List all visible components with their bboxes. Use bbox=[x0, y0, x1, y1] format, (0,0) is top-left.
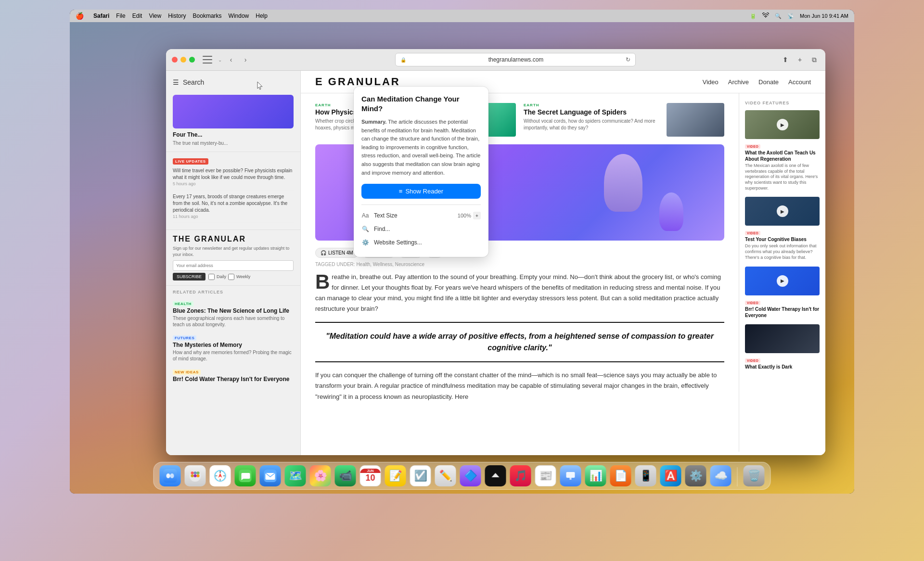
dock-item-mail[interactable] bbox=[260, 465, 281, 486]
svg-point-8 bbox=[194, 474, 197, 477]
dock-item-system-prefs[interactable]: ⚙️ bbox=[685, 465, 706, 486]
top-article-2[interactable]: EARTH The Secret Language of Spiders Wit… bbox=[524, 103, 659, 137]
top-article-2-desc: Without vocal cords, how do spiders comm… bbox=[524, 118, 659, 131]
related-article-1[interactable]: HEALTH Blue Zones: The New Science of Lo… bbox=[173, 298, 294, 328]
popup-text-size-item[interactable]: Aa Text Size 100% + bbox=[361, 209, 481, 222]
dock-item-music[interactable]: 🎵 bbox=[510, 465, 531, 486]
video-card-2[interactable]: ▶ VIDEO Test Your Cognitive Biases Do yo… bbox=[745, 197, 820, 260]
menubar-window[interactable]: Window bbox=[229, 13, 249, 19]
menubar-history[interactable]: History bbox=[168, 13, 186, 19]
video-card-1[interactable]: ▶ VIDEO What the Axolotl Can Teach Us Ab… bbox=[745, 110, 820, 191]
nav-archive[interactable]: Archive bbox=[728, 78, 749, 86]
menubar-file[interactable]: File bbox=[116, 13, 125, 19]
menubar-bookmarks[interactable]: Bookmarks bbox=[193, 13, 222, 19]
sidebar-featured-article[interactable]: Four The... The true nat mystery-bu... bbox=[166, 90, 300, 152]
dock-item-photos[interactable]: 🌸 bbox=[310, 465, 331, 486]
menubar-wifi[interactable] bbox=[762, 13, 769, 19]
daily-checkbox[interactable] bbox=[208, 274, 215, 280]
menubar-app[interactable]: Safari bbox=[93, 13, 109, 19]
sidebar-article-title: Four The... bbox=[173, 131, 294, 138]
tagged-items[interactable]: Health, Wellness, Neuroscience bbox=[356, 262, 424, 267]
related-title-3: Brr! Cold Water Therapy Isn't for Everyo… bbox=[173, 376, 294, 382]
apple-menu[interactable]: 🍎 bbox=[76, 12, 84, 20]
dock-item-appletv[interactable] bbox=[485, 465, 506, 486]
desktop: ⌄ ‹ › 🔒 thegranularnews.com ↻ bbox=[70, 22, 854, 494]
related-article-3[interactable]: NEW IDEAS Brr! Cold Water Therapy Isn't … bbox=[173, 367, 294, 382]
dock-item-freeform[interactable]: ✏️ bbox=[435, 465, 456, 486]
text-size-label: Text Size bbox=[374, 212, 398, 219]
dock-item-messages[interactable] bbox=[235, 465, 256, 486]
video-card-4[interactable]: VIDEO What Exactly is Dark bbox=[745, 324, 820, 370]
dock-item-mindnode[interactable]: 🔷 bbox=[460, 465, 481, 486]
search-label[interactable]: Search bbox=[183, 78, 204, 86]
dock-item-maps[interactable]: 🗺️ bbox=[285, 465, 306, 486]
popup-find-item[interactable]: 🔍 Find... bbox=[361, 222, 481, 236]
nav-video[interactable]: Video bbox=[703, 78, 719, 86]
video-card-3[interactable]: ▶ VIDEO Brr! Cold Water Therapy Isn't fo… bbox=[745, 267, 820, 319]
popup-summary-bold: Summary. bbox=[361, 119, 386, 125]
dock-item-safari[interactable] bbox=[210, 465, 231, 486]
article-para-2: If you can conquer the challenge of turn… bbox=[315, 370, 724, 402]
nav-account[interactable]: Account bbox=[788, 78, 811, 86]
tagged-label: TAGGED UNDER: bbox=[315, 262, 355, 267]
video-thumb-1: ▶ bbox=[745, 110, 820, 139]
dock-item-pages[interactable]: 📄 bbox=[610, 465, 631, 486]
nav-donate[interactable]: Donate bbox=[758, 78, 779, 86]
sidebar-toggle-button[interactable] bbox=[203, 56, 212, 64]
close-button[interactable] bbox=[172, 57, 178, 63]
play-button-2[interactable]: ▶ bbox=[777, 205, 788, 217]
text-size-value: 100% bbox=[458, 213, 471, 218]
svg-point-6 bbox=[197, 472, 200, 474]
menubar-edit[interactable]: Edit bbox=[132, 13, 142, 19]
dock-item-trash[interactable]: 🗑️ bbox=[744, 465, 765, 486]
dock-item-numbers[interactable]: 📊 bbox=[585, 465, 606, 486]
play-button-1[interactable]: ▶ bbox=[777, 119, 788, 130]
dock-item-iphone[interactable]: 📱 bbox=[635, 465, 656, 486]
new-tab-button[interactable]: + bbox=[795, 54, 805, 65]
weekly-checkbox[interactable] bbox=[228, 274, 234, 280]
show-reader-button[interactable]: ≡ Show Reader bbox=[361, 184, 481, 199]
dock-item-icloud[interactable]: ☁️ bbox=[710, 465, 732, 486]
website-settings-label: Website Settings... bbox=[374, 239, 422, 246]
related-article-2[interactable]: FUTURES The Mysteries of Memory How and … bbox=[173, 332, 294, 362]
menubar-search[interactable]: 🔍 bbox=[775, 13, 782, 19]
menubar-help[interactable]: Help bbox=[256, 13, 268, 19]
share-button[interactable]: ⬆ bbox=[780, 54, 791, 65]
menubar-view[interactable]: View bbox=[149, 13, 161, 19]
text-size-down-button[interactable]: + bbox=[473, 212, 481, 219]
video-features-label: VIDEO FEATURES bbox=[745, 101, 820, 105]
live-item-text-1: Will time travel ever be possible? Five … bbox=[173, 167, 294, 181]
reader-icon: ≡ bbox=[399, 188, 403, 195]
video-title-3: Brr! Cold Water Therapy Isn't for Everyo… bbox=[745, 306, 820, 319]
url-bar[interactable]: 🔒 thegranularnews.com ↻ bbox=[395, 53, 636, 66]
listen-button[interactable]: 🎧 LISTEN 4M bbox=[315, 248, 359, 258]
subscribe-button[interactable]: SUBSCRIBE bbox=[173, 273, 205, 280]
tab-overview-button[interactable]: ⧉ bbox=[809, 54, 820, 65]
video-title-1: What the Axolotl Can Teach Us About Rege… bbox=[745, 150, 820, 162]
related-title-2: The Mysteries of Memory bbox=[173, 342, 294, 348]
dock-item-finder[interactable] bbox=[160, 465, 181, 486]
reload-button[interactable]: ↻ bbox=[626, 56, 630, 63]
dock-item-launchpad[interactable] bbox=[185, 465, 206, 486]
video-thumb-2: ▶ bbox=[745, 197, 820, 226]
play-button-3[interactable]: ▶ bbox=[777, 275, 788, 287]
menubar-battery: 🔋 bbox=[750, 13, 757, 19]
forward-button[interactable]: › bbox=[240, 54, 251, 65]
popup-website-settings-item[interactable]: ⚙️ Website Settings... bbox=[361, 236, 481, 249]
sidebar-article-image bbox=[173, 95, 294, 128]
newsletter-email-input[interactable] bbox=[173, 260, 294, 271]
dock-item-calendar[interactable]: JUN 10 bbox=[360, 465, 381, 486]
dock-item-news[interactable]: 📰 bbox=[535, 465, 556, 486]
related-articles: RELATED ARTICLES HEALTH Blue Zones: The … bbox=[166, 286, 300, 391]
dock-item-reminders[interactable]: ☑️ bbox=[410, 465, 431, 486]
dock-item-appstore[interactable]: 🅰️ bbox=[660, 465, 681, 486]
back-button[interactable]: ‹ bbox=[226, 54, 236, 65]
dock-item-notes[interactable]: 📝 bbox=[385, 465, 406, 486]
dock-item-facetime[interactable]: 📹 bbox=[335, 465, 356, 486]
maximize-button[interactable] bbox=[189, 57, 195, 63]
minimize-button[interactable] bbox=[180, 57, 186, 63]
related-tag-1: HEALTH bbox=[173, 301, 193, 306]
live-item-1[interactable]: Will time travel ever be possible? Five … bbox=[173, 167, 294, 191]
live-item-2[interactable]: Every 17 years, broods of strange creatu… bbox=[173, 193, 294, 223]
dock-item-keynote[interactable] bbox=[560, 465, 581, 486]
